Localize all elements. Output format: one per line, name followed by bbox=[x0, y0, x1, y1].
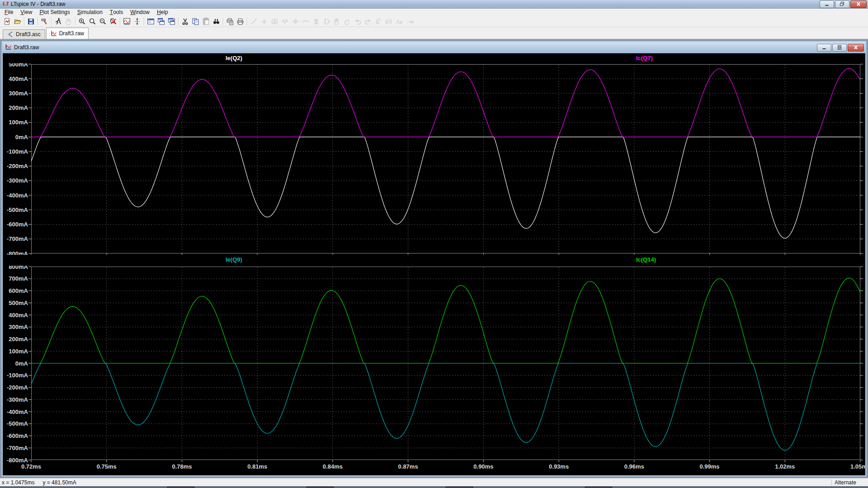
svg-text:400mA: 400mA bbox=[9, 75, 28, 82]
trace-ieq2[interactable] bbox=[31, 137, 860, 238]
toolbar-separator bbox=[24, 17, 24, 25]
zoom-in-button[interactable] bbox=[77, 17, 87, 26]
app-logo-icon: LT bbox=[2, 0, 9, 7]
cut-button[interactable] bbox=[180, 17, 190, 26]
menu-item-simulation[interactable]: Simulation bbox=[74, 9, 106, 16]
print-preview-button[interactable] bbox=[225, 17, 235, 26]
minimize-button[interactable] bbox=[820, 0, 834, 8]
redo-button bbox=[363, 17, 373, 26]
tab-bar: Draft3.ascDraft3.raw bbox=[0, 27, 868, 39]
zoom-full-extents-button[interactable] bbox=[108, 17, 118, 26]
svg-text:500mA: 500mA bbox=[9, 300, 28, 306]
autorange-plot-button[interactable] bbox=[122, 17, 132, 26]
svg-text:-500mA: -500mA bbox=[7, 420, 28, 427]
component-icon bbox=[323, 18, 330, 25]
trace-icq7[interactable] bbox=[31, 69, 860, 137]
run-button[interactable] bbox=[53, 17, 63, 26]
toolbar-separator bbox=[38, 17, 38, 25]
trace-label-ieq9[interactable]: Ie(Q9) bbox=[226, 256, 242, 263]
svg-text:-600mA: -600mA bbox=[7, 432, 28, 439]
open-button[interactable] bbox=[12, 17, 23, 26]
tile-vertical-button[interactable] bbox=[156, 17, 166, 26]
trace-icq14[interactable] bbox=[31, 278, 860, 364]
app-logo-icon: LT bbox=[2, 0, 9, 8]
waveform-viewer[interactable]: Ie(Q2)Ic(Q7)500mA400mA300mA200mA100mA0mA… bbox=[3, 53, 865, 475]
copy-icon bbox=[192, 18, 199, 25]
text-button: Aa bbox=[394, 17, 405, 26]
spice-directive-button: .op bbox=[405, 17, 415, 26]
trace-label-ieq2[interactable]: Ie(Q2) bbox=[226, 55, 242, 61]
restore-button[interactable] bbox=[835, 0, 849, 8]
restore-button[interactable] bbox=[832, 44, 847, 52]
print-preview-icon bbox=[226, 18, 234, 25]
inductor-button bbox=[301, 17, 311, 26]
svg-text:200mA: 200mA bbox=[9, 104, 28, 111]
document-title: Draft3.raw bbox=[14, 44, 39, 51]
svg-text:300mA: 300mA bbox=[9, 324, 28, 330]
run-icon bbox=[54, 18, 62, 25]
tab-draft3-raw[interactable]: Draft3.raw bbox=[46, 28, 89, 39]
tile-horizontal-button[interactable] bbox=[166, 17, 177, 26]
autorange-plot-icon bbox=[123, 18, 131, 25]
svg-text:.op: .op bbox=[406, 19, 414, 24]
pane-2-trace-labels: Ie(Q9)Ic(Q14) bbox=[3, 255, 865, 266]
cascade-windows-icon bbox=[147, 18, 155, 25]
halt-button bbox=[63, 17, 74, 26]
trace-label-icq7[interactable]: Ic(Q7) bbox=[636, 55, 653, 61]
save-button[interactable] bbox=[26, 17, 36, 26]
tab-draft3-asc[interactable]: Draft3.asc bbox=[3, 29, 45, 39]
waveform-pane-1[interactable]: 500mA400mA300mA200mA100mA0mA-100mA-200mA… bbox=[3, 63, 865, 255]
toolbar-separator bbox=[75, 17, 75, 25]
ground-icon bbox=[260, 18, 268, 25]
svg-text:-500mA: -500mA bbox=[7, 206, 28, 213]
zoom-area-button[interactable] bbox=[87, 17, 98, 26]
toolbar-separator bbox=[51, 17, 52, 25]
copy-button[interactable] bbox=[190, 17, 201, 26]
close-button[interactable] bbox=[850, 0, 867, 8]
find-button[interactable] bbox=[211, 17, 222, 26]
svg-text:700mA: 700mA bbox=[9, 275, 28, 282]
undo-button bbox=[353, 17, 363, 26]
new-schematic-button[interactable] bbox=[2, 17, 12, 26]
svg-text:1.05ms: 1.05ms bbox=[850, 463, 865, 470]
title-bar[interactable]: LT LTspice IV - Draft3.raw bbox=[0, 0, 868, 9]
drag-button bbox=[342, 17, 353, 26]
mirror-button: E bbox=[384, 17, 394, 26]
taskbar-sliver[interactable] bbox=[0, 486, 868, 488]
cursor-readout: x = 1.0475msy = 481.50mA bbox=[2, 479, 85, 486]
control-panel-button[interactable] bbox=[39, 17, 50, 26]
menu-item-window[interactable]: Window bbox=[127, 9, 153, 16]
close-button[interactable] bbox=[848, 44, 864, 52]
window-title: LTspice IV - Draft3.raw bbox=[11, 1, 65, 7]
find-icon bbox=[212, 18, 220, 25]
svg-text:-800mA: -800mA bbox=[7, 457, 28, 464]
menu-item-help[interactable]: Help bbox=[153, 9, 172, 16]
menu-item-view[interactable]: View bbox=[17, 9, 36, 16]
schematic-icon-icon bbox=[7, 31, 14, 38]
trace-ieq9[interactable] bbox=[31, 363, 860, 450]
zoom-out-button[interactable] bbox=[98, 17, 108, 26]
mirror-icon: E bbox=[385, 18, 393, 25]
svg-text:-400mA: -400mA bbox=[7, 408, 28, 415]
toolbar-separator bbox=[120, 17, 120, 25]
inductor-icon bbox=[302, 18, 310, 25]
svg-text:0.99ms: 0.99ms bbox=[699, 463, 719, 470]
axis-settings-button[interactable] bbox=[132, 17, 142, 26]
menu-item-plot-settings[interactable]: Plot Settings bbox=[36, 9, 73, 16]
new-schematic-icon bbox=[3, 18, 11, 25]
svg-text:0.90ms: 0.90ms bbox=[473, 463, 493, 470]
minimize-button[interactable] bbox=[817, 44, 831, 52]
print-button[interactable] bbox=[235, 17, 245, 26]
rotate-icon: E bbox=[375, 18, 382, 25]
menu-item-file[interactable]: File bbox=[1, 9, 17, 16]
zoom-area-icon bbox=[89, 18, 96, 25]
trace-label-icq14[interactable]: Ic(Q14) bbox=[636, 256, 656, 263]
diode-icon bbox=[312, 18, 320, 25]
waveform-pane-2[interactable]: 800mA700mA600mA500mA400mA300mA200mA100mA… bbox=[3, 266, 865, 471]
menu-item-tools[interactable]: Tools bbox=[106, 9, 127, 16]
text-icon: Aa bbox=[396, 18, 403, 25]
document-title-bar[interactable]: Draft3.raw bbox=[3, 42, 865, 53]
cascade-windows-button[interactable] bbox=[146, 17, 156, 26]
rotate-button: E bbox=[373, 17, 384, 26]
svg-text:0.72ms: 0.72ms bbox=[21, 463, 41, 470]
